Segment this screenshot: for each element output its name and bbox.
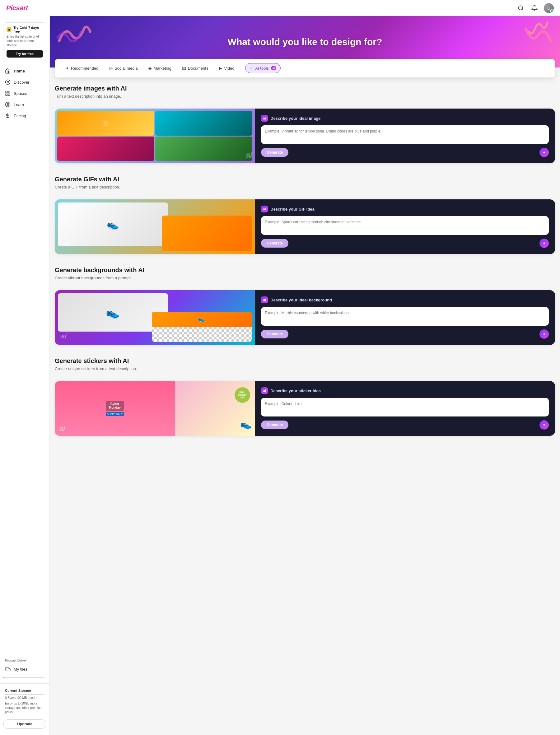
gifs-ai-action-button[interactable]: ✦	[539, 239, 549, 248]
ai-icon-gifs: ai	[261, 206, 268, 213]
svg-rect-12	[103, 124, 109, 127]
svg-rect-5	[8, 91, 10, 93]
sidebar-item-myfiles[interactable]: My files	[0, 663, 49, 675]
input-header-stickers: ai Describe your sticker idea	[261, 387, 549, 394]
sidebar-navigation: Home Discover Spaces Learn Pricing	[0, 65, 49, 651]
sidebar-promo: ★ Try Gold 7 days free Enjoy the full su…	[3, 22, 46, 61]
social-icon: ◎	[109, 66, 113, 71]
svg-line-1	[522, 9, 523, 10]
app-logo[interactable]: Picsart	[6, 4, 28, 12]
ai-card-stickers: CyberMonday SUPER SALE CyberMondaySale 👟…	[55, 381, 555, 436]
section-header: Generate images with AI Turn a text desc…	[55, 85, 555, 104]
upgrade-button[interactable]: Upgrade	[3, 719, 46, 729]
svg-point-9	[7, 103, 9, 105]
notification-icon[interactable]	[530, 4, 539, 12]
tab-ai-tools[interactable]: ◇ AI tools ai	[245, 63, 281, 73]
images-generate-button[interactable]: Generate	[261, 148, 288, 157]
images-textarea[interactable]	[261, 125, 549, 144]
storage-bar-background	[5, 694, 44, 695]
tab-social[interactable]: ◎ Social media	[105, 63, 142, 73]
sidebar-item-label: Pricing	[14, 114, 26, 118]
sidebar-item-spaces[interactable]: Spaces	[0, 88, 49, 99]
tab-documents[interactable]: ▤ Documents	[178, 63, 213, 73]
stickers-input-panel: ai Describe your sticker idea Generate ✦	[255, 381, 555, 436]
sidebar-item-discover[interactable]: Discover	[0, 77, 49, 88]
input-label-stickers: Describe your sticker idea	[270, 388, 321, 393]
section-generate-images: Generate images with AI Turn a text desc…	[55, 85, 555, 163]
tab-social-label: Social media	[114, 66, 138, 71]
home-icon	[5, 68, 11, 74]
storage-bar-fill	[5, 694, 6, 695]
avatar[interactable]: U	[544, 3, 554, 13]
sticker-watermark: ai	[59, 424, 65, 433]
marketing-icon: ◈	[148, 66, 152, 71]
stickers-ai-action-button[interactable]: ✦	[539, 420, 549, 429]
tab-recommended[interactable]: ✦ Recommended	[61, 63, 103, 73]
gif-watermark: ai	[64, 240, 70, 248]
images-ai-action-button[interactable]: ✦	[539, 148, 549, 157]
preview-cell-3	[57, 137, 154, 161]
try-for-free-button[interactable]: Try for free	[7, 50, 43, 58]
hero-title: What would you like to design for?	[228, 37, 382, 47]
section-title-stickers: Generate stickers with AI	[55, 358, 555, 365]
stickers-preview: CyberMonday SUPER SALE CyberMondaySale 👟…	[55, 381, 255, 436]
recommended-icon: ✦	[65, 66, 69, 71]
promo-description: Enjoy the full suite of AI tools and ton…	[7, 35, 43, 48]
images-preview: ai	[55, 109, 255, 163]
tab-marketing-label: Marketing	[154, 66, 171, 71]
sidebar-item-pricing[interactable]: Pricing	[0, 110, 49, 121]
input-header-backgrounds: ai Describe your ideal background	[261, 297, 549, 303]
sidebar-item-home[interactable]: Home	[0, 65, 49, 77]
gifs-footer: Generate ✦	[261, 239, 549, 248]
bg-shoe-2: 👟	[152, 312, 252, 342]
svg-point-2	[6, 80, 10, 85]
sidebar-divider-1	[0, 654, 49, 654]
stickers-footer: Generate ✦	[261, 420, 549, 429]
svg-point-11	[104, 120, 108, 124]
search-icon[interactable]	[516, 4, 525, 12]
input-label-images: Describe your ideal image	[270, 116, 320, 121]
sticker-preview-content: CyberMonday SUPER SALE CyberMondaySale 👟…	[55, 381, 255, 436]
main-content: What would you like to design for? ✦ Rec…	[50, 16, 560, 735]
ai-icon-backgrounds: ai	[261, 297, 268, 303]
input-header-gifs: ai Describe your GIF Idea	[261, 206, 549, 213]
bg-watermark: ai	[61, 332, 67, 340]
gif-label: GIF	[64, 224, 73, 229]
stickers-generate-button[interactable]: Generate	[261, 420, 288, 429]
stickers-textarea[interactable]	[261, 398, 549, 416]
tab-recommended-label: Recommended	[71, 66, 98, 71]
section-generate-backgrounds: Generate backgrounds with AI Create vibr…	[55, 267, 555, 345]
avatar-badge	[550, 9, 554, 13]
discover-icon	[5, 79, 11, 85]
section-title-images: Generate images with AI	[55, 85, 555, 92]
ai-icon-stickers: ai	[261, 387, 268, 394]
section-title-gifs: Generate GIFs with AI	[55, 176, 555, 183]
gifs-preview: 👟 ai GIF	[55, 199, 255, 254]
preview-cell-4	[155, 137, 252, 161]
gifs-generate-button[interactable]: Generate	[261, 239, 288, 248]
tab-marketing[interactable]: ◈ Marketing	[144, 63, 176, 73]
gif-shoe-bg: 👟	[58, 203, 168, 246]
hero-wave-left	[56, 22, 93, 47]
backgrounds-textarea[interactable]	[261, 307, 549, 326]
tab-video[interactable]: ▶ Video	[214, 63, 239, 73]
promo-title: Try Gold 7 days free	[13, 26, 43, 33]
main-layout: ★ Try Gold 7 days free Enjoy the full su…	[0, 16, 560, 735]
gifs-input-panel: ai Describe your GIF Idea Generate ✦	[255, 199, 555, 254]
sidebar-item-learn[interactable]: Learn	[0, 99, 49, 110]
section-desc-stickers: Create unique stickers from a text descr…	[55, 367, 555, 371]
hero-wave-right	[523, 19, 554, 47]
top-navigation: Picsart U	[0, 0, 560, 16]
learn-icon	[5, 102, 11, 107]
storage-scroll: ›	[0, 675, 49, 681]
backgrounds-generate-button[interactable]: Generate	[261, 330, 288, 339]
gifs-textarea[interactable]	[261, 216, 549, 235]
bg-preview-content: 👟 👟 ai	[55, 290, 255, 345]
my-files-label: My files	[14, 667, 27, 672]
gif-preview-content: 👟 ai GIF	[55, 199, 255, 254]
promo-header: ★ Try Gold 7 days free	[7, 26, 43, 33]
scroll-right-icon[interactable]: ›	[45, 675, 46, 680]
storage-description: Enjoy up to 20GB more storage and other …	[5, 701, 44, 714]
backgrounds-ai-action-button[interactable]: ✦	[539, 330, 549, 339]
section-desc-images: Turn a text description into an image.	[55, 94, 555, 99]
